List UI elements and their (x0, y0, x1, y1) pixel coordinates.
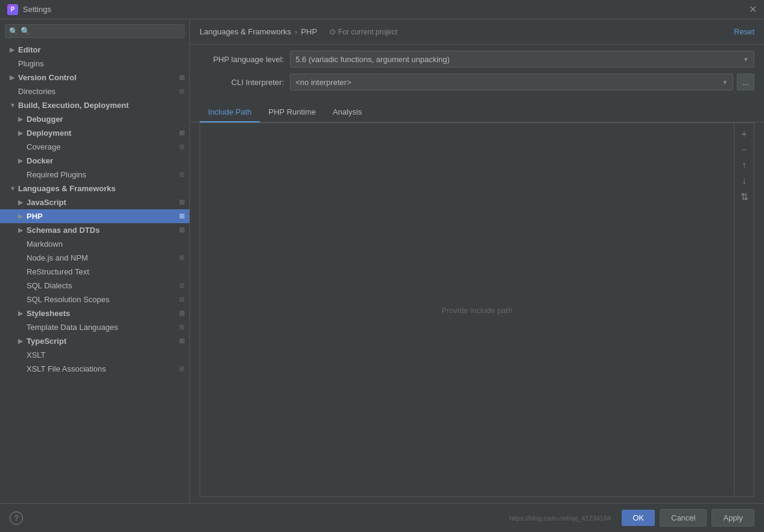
php-language-row: PHP language level: 5.6 (variadic functi… (200, 51, 754, 68)
side-btn-sort[interactable]: ⇅ (737, 189, 751, 204)
arrow-icon (18, 227, 27, 233)
sidebar-item-schemas-dtds[interactable]: Schemas and DTDs⊞ (0, 223, 189, 237)
sidebar-item-plugins[interactable]: Plugins (0, 57, 189, 71)
search-icon: 🔍 (9, 27, 18, 36)
sidebar-item-template-data[interactable]: Template Data Languages⊞ (0, 320, 189, 334)
arrow-icon (10, 74, 18, 81)
copy-icon: ⊞ (179, 254, 185, 262)
tab-content-area: Provide include path ＋－↑↓⇅ (200, 122, 754, 497)
for-project: ⊙ For current project (329, 27, 397, 36)
sidebar-items-container: EditorPluginsVersion Control⊞Directories… (0, 43, 189, 376)
empty-message: Provide include path (441, 305, 513, 314)
sidebar-item-build-execution[interactable]: Build, Execution, Deployment (0, 98, 189, 112)
sidebar-item-label: Markdown (27, 239, 185, 249)
sidebar-item-label: Directories (18, 87, 179, 96)
sidebar-item-deployment[interactable]: Deployment⊞ (0, 126, 189, 140)
copy-icon: ⊞ (179, 296, 185, 303)
bottom-bar: ? https://blog.csdn.net/qq_41234184 OK C… (0, 503, 764, 532)
tab-php-runtime[interactable]: PHP Runtime (260, 103, 324, 122)
sidebar-item-editor[interactable]: Editor (0, 43, 189, 57)
tab-include-path[interactable]: Include Path (200, 103, 260, 122)
sidebar-item-label: Editor (18, 45, 185, 54)
copy-icon: ⊞ (179, 198, 185, 206)
sidebar-item-xslt-file[interactable]: XSLT File Associations⊞ (0, 362, 189, 376)
bottom-right: https://blog.csdn.net/qq_41234184 OK Can… (509, 509, 754, 527)
close-button[interactable]: ✕ (749, 4, 757, 15)
arrow-icon (18, 213, 27, 220)
sidebar-item-docker[interactable]: Docker (0, 154, 189, 168)
arrow-icon (18, 310, 27, 317)
sidebar-item-label: TypeScript (27, 337, 179, 346)
php-language-value: 5.6 (variadic functions, argument unpack… (295, 55, 450, 64)
sidebar-item-markdown[interactable]: Markdown (0, 237, 189, 251)
ok-button[interactable]: OK (622, 510, 655, 526)
title-bar-left: P Settings (7, 4, 51, 15)
copy-icon: ⊞ (179, 129, 185, 137)
sidebar-item-label: Languages & Frameworks (18, 184, 185, 193)
side-btn-remove[interactable]: － (737, 142, 751, 157)
search-input[interactable] (21, 27, 180, 36)
settings-rows: PHP language level: 5.6 (variadic functi… (190, 45, 764, 103)
title-bar: P Settings ✕ (0, 0, 764, 19)
php-language-dropdown[interactable]: 5.6 (variadic functions, argument unpack… (290, 51, 754, 68)
sidebar-item-restructured-text[interactable]: ReStructured Text (0, 265, 189, 279)
sidebar-item-label: Stylesheets (27, 309, 179, 318)
sidebar-item-sql-resolution[interactable]: SQL Resolution Scopes⊞ (0, 293, 189, 306)
sidebar-item-label: XSLT File Associations (27, 364, 179, 373)
cli-ellipsis-button[interactable]: ... (737, 74, 754, 90)
cli-interpreter-dropdown[interactable]: <no interpreter> ▼ (290, 74, 733, 90)
reset-button[interactable]: Reset (734, 27, 754, 36)
tab-analysis[interactable]: Analysis (324, 103, 370, 122)
apply-button[interactable]: Apply (712, 509, 754, 527)
php-language-control: 5.6 (variadic functions, argument unpack… (290, 51, 754, 68)
side-buttons: ＋－↑↓⇅ (734, 123, 754, 496)
side-btn-move-up[interactable]: ↑ (737, 158, 751, 173)
sidebar-item-sql-dialects[interactable]: SQL Dialects⊞ (0, 279, 189, 293)
sidebar-item-directories[interactable]: Directories⊞ (0, 84, 189, 98)
sidebar-item-label: Version Control (18, 73, 179, 82)
sidebar-item-stylesheets[interactable]: Stylesheets⊞ (0, 306, 189, 320)
dropdown-arrow-icon: ▼ (743, 56, 749, 63)
copy-icon: ⊞ (179, 337, 185, 345)
sidebar-item-javascript[interactable]: JavaScript⊞ (0, 195, 189, 209)
sidebar-item-typescript[interactable]: TypeScript⊞ (0, 334, 189, 348)
arrow-icon (18, 199, 27, 206)
arrow-icon (18, 338, 27, 344)
sidebar-item-label: Debugger (27, 115, 185, 124)
cli-interpreter-row: CLI Interpreter: <no interpreter> ▼ ... (200, 74, 754, 90)
sidebar-item-nodejs-npm[interactable]: Node.js and NPM⊞ (0, 251, 189, 265)
sidebar-item-label: Coverage (27, 142, 179, 151)
sidebar-item-label: Plugins (18, 59, 185, 68)
sidebar-item-xslt[interactable]: XSLT (0, 348, 189, 362)
breadcrumb-root: Languages & Frameworks (200, 27, 291, 36)
arrow-icon (10, 102, 18, 109)
breadcrumb-current: PHP (301, 27, 317, 36)
sidebar-item-label: Docker (27, 156, 185, 165)
side-btn-add[interactable]: ＋ (737, 127, 751, 141)
sidebar-item-php[interactable]: PHP⊞ (0, 209, 189, 223)
for-project-label: For current project (338, 28, 397, 36)
sidebar-item-required-plugins[interactable]: Required Plugins⊞ (0, 168, 189, 182)
php-language-label: PHP language level: (200, 55, 284, 64)
help-button[interactable]: ? (10, 511, 23, 525)
sidebar-item-debugger[interactable]: Debugger (0, 112, 189, 126)
arrow-icon (18, 130, 27, 136)
copy-icon: ⊞ (179, 282, 185, 290)
sidebar-item-label: Required Plugins (27, 170, 179, 179)
cli-interpreter-control: <no interpreter> ▼ ... (290, 74, 754, 90)
sidebar-item-label: Build, Execution, Deployment (18, 101, 185, 110)
bottom-left: ? (10, 511, 23, 525)
breadcrumb: Languages & Frameworks › PHP (200, 27, 317, 36)
cancel-button[interactable]: Cancel (660, 509, 707, 527)
sidebar-item-version-control[interactable]: Version Control⊞ (0, 71, 189, 84)
copy-icon: ⊞ (179, 143, 185, 151)
copy-icon: ⊞ (179, 309, 185, 317)
sidebar-item-coverage[interactable]: Coverage⊞ (0, 140, 189, 154)
search-box[interactable]: 🔍 (5, 24, 185, 38)
sidebar-item-languages-frameworks[interactable]: Languages & Frameworks (0, 182, 189, 195)
sidebar: 🔍 EditorPluginsVersion Control⊞Directori… (0, 19, 190, 503)
side-btn-move-down[interactable]: ↓ (737, 174, 751, 188)
copy-icon: ⊞ (179, 226, 185, 234)
sidebar-item-label: Schemas and DTDs (27, 226, 179, 235)
project-icon: ⊙ (329, 27, 336, 36)
